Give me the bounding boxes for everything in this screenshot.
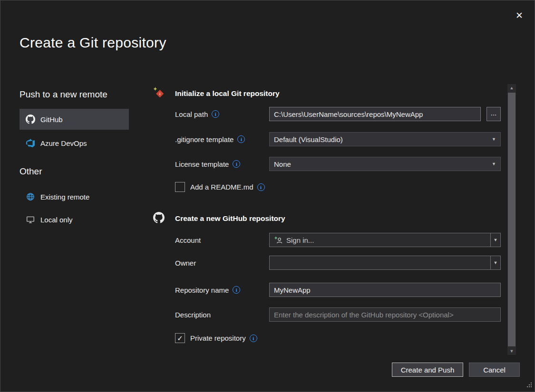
owner-label: Owner xyxy=(175,256,196,270)
sidebar-item-label: GitHub xyxy=(40,115,63,124)
private-repository-checkbox[interactable]: ✓ xyxy=(175,333,185,343)
computer-icon xyxy=(26,215,35,224)
gitignore-template-label: .gitignore template i xyxy=(175,132,245,146)
initialize-section-heading: Initialize a local Git repository xyxy=(175,89,280,98)
private-repository-label: Private repository i xyxy=(190,334,257,342)
sidebar-item-label: Existing remote xyxy=(40,193,89,201)
sidebar-item-local-only[interactable]: Local only xyxy=(19,210,129,229)
chevron-down-icon[interactable]: ▼ xyxy=(490,233,500,247)
readme-checkbox[interactable] xyxy=(175,182,185,192)
page-title: Create a Git repository xyxy=(19,35,166,51)
github-section-heading: Create a new GitHub repository xyxy=(175,214,285,223)
sidebar-item-azure-devops[interactable]: Azure DevOps xyxy=(19,134,129,153)
info-icon[interactable]: i xyxy=(237,135,245,143)
owner-combo[interactable]: ▼ xyxy=(269,256,501,270)
local-path-label: Local path i xyxy=(175,107,219,121)
close-icon[interactable]: ✕ xyxy=(512,8,526,22)
repository-name-label: Repository name i xyxy=(175,283,240,297)
chevron-down-icon: ▼ xyxy=(492,162,496,166)
sidebar-item-label: Local only xyxy=(40,216,73,224)
license-template-dropdown[interactable]: None ▼ xyxy=(269,157,501,171)
info-icon[interactable]: i xyxy=(233,286,240,294)
dropdown-value: Default (VisualStudio) xyxy=(274,135,343,143)
new-repository-icon xyxy=(153,86,165,99)
readme-checkbox-row: Add a README.md i xyxy=(175,182,265,192)
sidebar-item-existing-remote[interactable]: Existing remote xyxy=(19,187,129,206)
local-path-input[interactable] xyxy=(269,107,481,121)
push-remote-heading: Push to a new remote xyxy=(19,89,107,100)
github-icon xyxy=(26,115,35,124)
scrollbar-thumb[interactable] xyxy=(508,93,516,346)
info-icon[interactable]: i xyxy=(250,335,257,342)
description-input[interactable] xyxy=(269,307,501,322)
github-section-icon xyxy=(153,212,165,223)
sign-in-person-icon xyxy=(273,236,283,244)
sidebar-item-label: Azure DevOps xyxy=(40,139,87,147)
description-label: Description xyxy=(175,307,211,322)
chevron-down-icon: ▼ xyxy=(492,137,496,142)
create-git-repository-dialog: Create a Git repository ✕ Push to a new … xyxy=(0,0,535,392)
sidebar-item-github[interactable]: GitHub xyxy=(19,109,129,130)
scroll-up-icon[interactable]: ▲ xyxy=(507,84,516,92)
vertical-scrollbar[interactable]: ▲ ▼ xyxy=(507,84,516,355)
scroll-down-icon[interactable]: ▼ xyxy=(507,347,516,355)
other-heading: Other xyxy=(19,166,42,177)
chevron-down-icon[interactable]: ▼ xyxy=(490,256,500,269)
browse-button[interactable]: ... xyxy=(486,107,501,121)
azure-devops-icon xyxy=(26,139,35,147)
readme-label: Add a README.md i xyxy=(190,183,265,191)
info-icon[interactable]: i xyxy=(233,160,240,168)
info-icon[interactable]: i xyxy=(212,110,219,118)
account-label: Account xyxy=(175,233,201,247)
private-checkbox-row: ✓ Private repository i xyxy=(175,333,257,343)
globe-icon xyxy=(26,192,35,201)
repository-name-input[interactable] xyxy=(269,283,501,297)
resize-grip[interactable] xyxy=(525,381,532,389)
cancel-button[interactable]: Cancel xyxy=(469,363,520,377)
dropdown-value: None xyxy=(274,160,291,168)
license-template-label: License template i xyxy=(175,157,240,171)
account-combo[interactable]: Sign in... ▼ xyxy=(269,233,501,247)
info-icon[interactable]: i xyxy=(257,183,265,191)
account-value: Sign in... xyxy=(286,236,314,244)
gitignore-template-dropdown[interactable]: Default (VisualStudio) ▼ xyxy=(269,132,501,146)
create-and-push-button[interactable]: Create and Push xyxy=(392,363,463,377)
